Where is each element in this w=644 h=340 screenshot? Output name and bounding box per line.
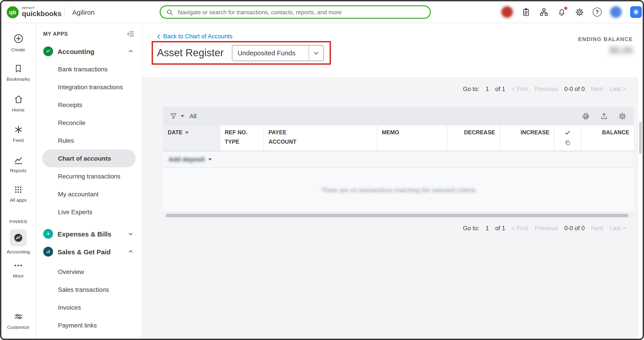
chevron-down-icon [128,231,134,237]
add-deposit-button[interactable]: Add deposit [168,156,205,163]
collapse-sidebar-icon[interactable] [127,30,135,38]
topbar-divider [64,7,65,18]
secondary-avatar[interactable] [610,6,622,18]
last-page-link[interactable]: Last > [610,86,626,92]
settings-gear-icon[interactable] [575,7,584,17]
previous-page-link[interactable]: Previous [535,225,558,232]
create-plus-icon [13,33,24,44]
sidebar-item-payment-links[interactable]: Payment links [36,316,142,334]
sidebar-group-sales-get-paid[interactable]: Sales & Get Paid [36,243,142,261]
sidebar-group-expenses-bills[interactable]: Expenses & Bills [36,225,142,243]
page-number[interactable]: 1 [486,225,489,232]
rail-item-more[interactable]: More [1,261,35,278]
pinned-section-label: PINNED [1,219,36,224]
column-header-increase[interactable]: INCREASE [500,125,554,151]
global-search[interactable] [160,5,431,19]
print-icon[interactable] [582,112,590,120]
empty-message: There are no transactions matching the s… [321,186,476,193]
sidebar-item-integration-transactions[interactable]: Integration transactions [36,78,142,96]
horizontal-scrollbar-thumb[interactable] [166,214,628,217]
sidebar-item-reconcile[interactable]: Reconcile [36,114,142,132]
horizontal-scrollbar[interactable] [163,214,634,217]
tasks-icon[interactable] [521,7,531,17]
export-icon[interactable] [600,112,608,120]
account-dropdown[interactable]: Undeposited Funds [232,45,324,61]
help-icon[interactable]: ? [593,8,602,17]
sidebar-item-my-accountant[interactable]: My accountant [36,185,142,203]
ending-balance-value: $0.00 [610,45,633,56]
sidebar-item-rules[interactable]: Rules [36,132,142,149]
sidebar-group-accounting[interactable]: Accounting [36,42,142,60]
filter-all-label: All [190,112,196,120]
column-header-reconcile-status[interactable] [554,125,581,151]
rail-item-pinned-accounting[interactable]: Accounting [1,229,35,254]
browser-extension-icon[interactable] [630,6,642,18]
sidebar-item-recurring-transactions[interactable]: Recurring transactions [36,167,142,185]
line-chart-icon [13,155,24,165]
sidebar-item-chart-of-accounts[interactable]: Chart of accounts [42,149,136,167]
main-content: Back to Chart of Accounts Asset Register… [142,23,638,339]
row-range: 0-0 of 0 [564,86,585,92]
table-header-row: DATE REF NO. TYPE PAYEE ACCOUNT MEMO DEC… [163,125,634,151]
next-page-link[interactable]: Next [591,86,604,92]
column-header-refno-type[interactable]: REF NO. TYPE [220,125,264,151]
rail-item-home[interactable]: Home [1,94,35,112]
apps-grid-icon [14,185,23,195]
sales-app-icon [43,247,53,256]
table-empty-state: There are no transactions matching the s… [163,168,634,212]
search-input[interactable] [177,8,424,16]
sidebar-item-bank-transactions[interactable]: Bank transactions [36,60,142,78]
column-header-memo[interactable]: MEMO [377,125,447,151]
home-icon [13,94,24,104]
notification-dot [564,7,567,10]
checkmark-icon [564,129,571,136]
sliders-icon [13,311,24,322]
column-header-payee-account[interactable]: PAYEE ACCOUNT [264,125,377,151]
column-header-balance[interactable]: BALANCE [581,125,634,151]
next-page-link[interactable]: Next [591,225,604,232]
column-header-date[interactable]: DATE [163,125,220,151]
page-number[interactable]: 1 [486,86,489,92]
first-page-link[interactable]: < First [512,86,528,92]
table-settings-gear-icon[interactable] [618,112,626,120]
last-page-link[interactable]: Last > [610,225,626,232]
sidebar-item-invoices[interactable]: Invoices [36,298,142,316]
add-deposit-caret-icon[interactable] [208,158,212,160]
chevron-up-icon [128,48,134,55]
previous-page-link[interactable]: Previous [535,86,558,92]
notifications-icon[interactable] [557,7,566,17]
sidebar-item-sales-transactions[interactable]: Sales transactions [36,281,142,298]
ending-balance-label: ENDING BALANCE [578,36,633,42]
sidebar-item-overview[interactable]: Overview [36,263,142,281]
add-transaction-row[interactable]: Add deposit [163,151,634,168]
quickbooks-logo[interactable]: qb INTUIT quickbooks [7,1,62,23]
filter-icon[interactable] [170,112,178,120]
rail-item-feed[interactable]: Feed [1,125,35,143]
sort-desc-icon [185,131,189,134]
vertical-scrollbar[interactable] [638,23,643,339]
accounting-pinned-icon [10,229,27,246]
search-icon [166,8,174,16]
annotation-highlight-box: Asset Register Undeposited Funds [152,41,331,65]
more-dots-icon [14,261,23,270]
intuit-wordmark: INTUIT [22,7,62,10]
user-avatar[interactable] [501,6,513,18]
rail-item-customize[interactable]: Customize [1,311,35,330]
rail-item-bookmarks[interactable]: Bookmarks [1,64,35,82]
column-header-decrease[interactable]: DECREASE [447,125,500,151]
rail-item-create[interactable]: Create [1,33,35,52]
spark-icon [13,125,24,135]
rail-item-all-apps[interactable]: All apps [1,185,35,203]
row-range: 0-0 of 0 [564,225,585,232]
of-pages: of 1 [495,86,505,92]
rail-item-reports[interactable]: Reports [1,155,35,173]
first-page-link[interactable]: < First [512,225,528,232]
sidebar-item-live-experts[interactable]: Live Experts [36,203,142,221]
table-toolbar: All [163,107,634,125]
org-hierarchy-icon[interactable] [539,7,548,17]
back-to-chart-of-accounts-link[interactable]: Back to Chart of Accounts [156,33,232,40]
account-dropdown-value: Undeposited Funds [232,45,308,61]
sidebar-item-receipts[interactable]: Receipts [36,96,142,114]
vertical-scrollbar-thumb[interactable] [639,122,642,154]
filter-caret-icon[interactable] [180,115,184,117]
